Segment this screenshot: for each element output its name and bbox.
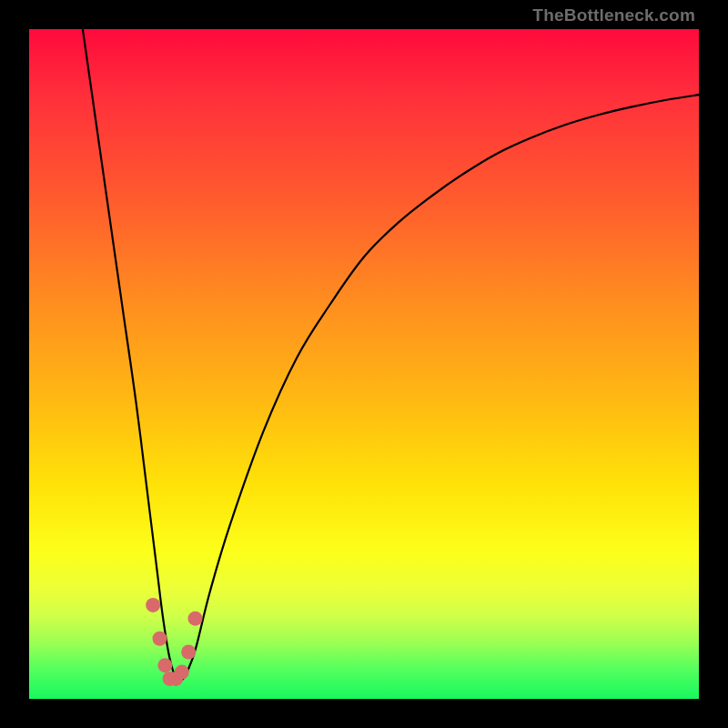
highlight-dot <box>146 598 160 612</box>
attribution-text: TheBottleneck.com <box>532 5 695 25</box>
highlight-dot <box>153 632 167 646</box>
highlight-dot <box>188 612 203 626</box>
bottleneck-curve <box>83 29 699 681</box>
highlight-dots <box>146 598 202 686</box>
plot-area <box>29 29 699 699</box>
highlight-dot <box>157 658 172 672</box>
chart-svg <box>29 29 699 699</box>
highlight-dot <box>175 665 189 680</box>
highlight-dot <box>181 644 196 659</box>
outer-frame: TheBottleneck.com <box>0 0 728 728</box>
